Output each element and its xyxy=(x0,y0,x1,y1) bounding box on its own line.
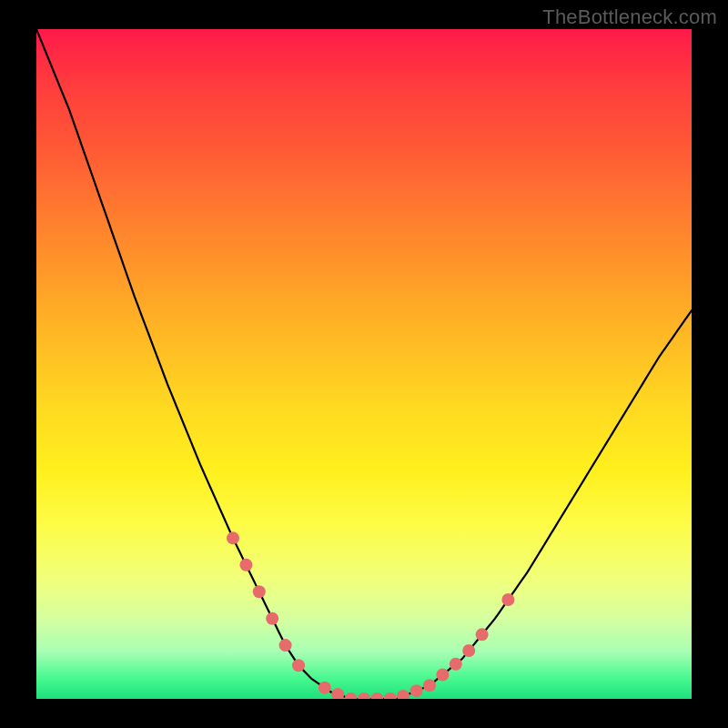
data-marker xyxy=(253,585,266,598)
data-marker xyxy=(370,693,383,699)
data-marker xyxy=(501,593,514,606)
chart-stage: TheBottleneck.com xyxy=(0,0,728,728)
data-marker xyxy=(239,559,252,571)
data-markers xyxy=(227,531,514,699)
data-marker xyxy=(358,693,370,699)
data-marker xyxy=(423,679,436,692)
data-marker xyxy=(436,669,449,682)
curve-layer xyxy=(36,29,692,699)
data-marker xyxy=(331,688,344,699)
data-marker xyxy=(450,658,462,671)
data-marker xyxy=(227,531,239,544)
data-marker xyxy=(279,639,292,652)
watermark-text: TheBottleneck.com xyxy=(542,5,717,29)
plot-area xyxy=(36,29,692,699)
data-marker xyxy=(410,684,423,697)
data-marker xyxy=(462,644,475,657)
bottleneck-curve xyxy=(36,29,692,699)
data-marker xyxy=(476,628,489,641)
data-marker xyxy=(345,693,358,699)
data-marker xyxy=(292,659,305,672)
data-marker xyxy=(266,612,278,625)
data-marker xyxy=(384,693,397,699)
data-marker xyxy=(397,690,410,699)
data-marker xyxy=(318,682,331,694)
